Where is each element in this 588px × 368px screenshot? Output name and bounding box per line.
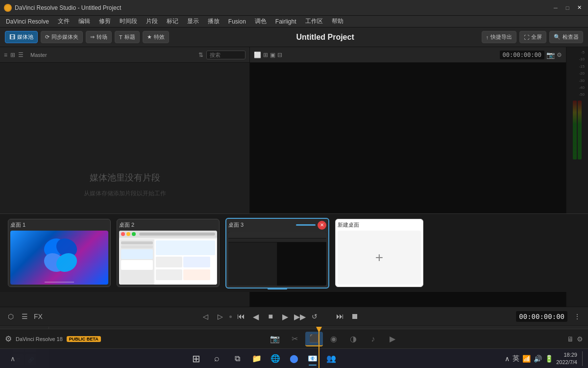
inspector-label: 检查器: [563, 33, 579, 41]
effects-btn[interactable]: ★ 特效: [143, 31, 169, 43]
menu-playback[interactable]: 播放: [204, 16, 223, 26]
tray-expand[interactable]: ∧: [505, 355, 510, 363]
taskbar-right: ∧ 英 📶 🔊 🔋 18:29 2022/7/4: [505, 351, 584, 366]
pool-sort-icon[interactable]: ⇅: [198, 52, 203, 58]
last-frame-btn[interactable]: ⏹: [349, 311, 361, 322]
taskbar-overflow[interactable]: ∧: [4, 350, 22, 368]
ws-tab-media[interactable]: 📷: [266, 332, 284, 346]
taskbar: ∧ ⊞ ⌕ ⧉ 📁 🌐 ⬤ 📧 👥 ∧ 英 📶 🔊 🔋 18:29 2022/7…: [0, 348, 588, 368]
menu-trim[interactable]: 修剪: [95, 16, 115, 26]
maximize-button[interactable]: □: [563, 3, 572, 13]
in-point-btn[interactable]: ◁: [199, 311, 211, 322]
desktop-card-3[interactable]: 桌面 3 ✕: [225, 218, 329, 289]
taskbar-center: ⊞ ⌕ ⧉ 📁 🌐 ⬤ 📧 👥: [187, 350, 339, 368]
fullscreen-label: 全屏: [531, 33, 542, 41]
toolbar-left: 🎞 媒体池 ⟳ 同步媒体夹 ⇒ 转场 T 标题 ★ 特效: [5, 31, 169, 43]
media-pool-btn[interactable]: 🎞 媒体池: [5, 31, 38, 43]
fullscreen-btn[interactable]: ⛶ 全屏: [519, 31, 546, 43]
fullscreen-icon: ⛶: [524, 34, 529, 40]
search-button[interactable]: ⌕: [208, 350, 225, 368]
minimize-button[interactable]: ─: [551, 3, 561, 13]
app-info: ⚙ DaVinci Resolve 18 PUBLIC BETA: [5, 334, 101, 343]
overflow-btn[interactable]: ⋮: [571, 311, 583, 322]
viewer-icon2[interactable]: ⊞: [263, 52, 268, 58]
pool-search-input[interactable]: [206, 51, 245, 59]
out-point-btn[interactable]: ▷: [214, 311, 226, 322]
menu-edit[interactable]: 编辑: [74, 16, 94, 26]
loop-btn[interactable]: ↺: [309, 311, 320, 322]
ws-tab-fairlight[interactable]: ♪: [364, 332, 382, 346]
taskview-button[interactable]: ⧉: [228, 350, 246, 368]
workspace-tabs: 📷 ✂ ⬛ ◉ ◑ ♪ ▶: [266, 332, 401, 346]
viewer-settings[interactable]: ⚙: [557, 52, 562, 58]
menu-workspace[interactable]: 工作区: [301, 16, 327, 26]
mixer-btn[interactable]: ☰: [19, 311, 30, 322]
viewer-icon4[interactable]: ⊟: [277, 52, 282, 58]
menu-view[interactable]: 显示: [183, 16, 203, 26]
ws-tab-edit[interactable]: ⬛: [305, 332, 323, 346]
desktop-card-1[interactable]: 桌面 1: [8, 219, 111, 287]
sync-bin-btn[interactable]: ⟳ 同步媒体夹: [41, 31, 83, 43]
quick-export-label: 快捷导出: [490, 33, 512, 41]
camera-select[interactable]: 📷: [546, 51, 555, 59]
menu-mark[interactable]: 标记: [163, 16, 182, 26]
ws-tab-cut[interactable]: ✂: [286, 332, 303, 346]
clip-start-btn[interactable]: ⬡: [5, 311, 17, 322]
go-end-btn[interactable]: ⏭: [334, 311, 346, 322]
media-pool-toolbar: ≡ ⊞ ☰ Master ⇅: [0, 47, 249, 63]
tray-battery[interactable]: 🔋: [545, 355, 553, 363]
add-icon: +: [375, 250, 383, 265]
top-toolbar: 🎞 媒体池 ⟳ 同步媒体夹 ⇒ 转场 T 标题 ★ 特效 Untitled Pr…: [0, 27, 588, 47]
menu-fairlight[interactable]: Fairlight: [271, 17, 300, 26]
menu-file[interactable]: 文件: [54, 16, 74, 26]
timecode-separator: ●: [229, 313, 232, 320]
close-button[interactable]: ✕: [574, 3, 584, 13]
desktop-2-title: 桌面 2: [119, 221, 217, 229]
transition-btn[interactable]: ⇒ 转场: [86, 31, 112, 43]
next-frame-btn[interactable]: ▶▶: [294, 311, 306, 322]
viewer-timecode: 00:00:00:00: [500, 51, 544, 59]
ws-tab-color[interactable]: ◑: [344, 332, 362, 346]
show-desktop-btn[interactable]: [582, 351, 584, 366]
menu-help[interactable]: 帮助: [328, 16, 347, 26]
stop-btn[interactable]: ■: [265, 311, 276, 322]
clock[interactable]: 18:29 2022/7/4: [556, 351, 577, 366]
play-btn[interactable]: ▶: [279, 311, 291, 322]
menu-fusion[interactable]: Fusion: [224, 17, 250, 26]
title-btn[interactable]: T 标题: [115, 31, 140, 43]
transport-center: ◁ ▷ ● ⏮ ◀ ■ ▶ ▶▶ ↺ ⏭ ⏹: [199, 311, 361, 322]
tray-keyboard[interactable]: 英: [513, 354, 519, 363]
go-start-btn[interactable]: ⏮: [235, 311, 247, 322]
settings-icon[interactable]: ⚙: [577, 335, 583, 343]
pool-view-icon: ≡: [4, 52, 7, 58]
playhead[interactable]: [318, 327, 319, 368]
taskbar-teams[interactable]: 👥: [323, 351, 339, 367]
taskbar-chrome[interactable]: ⬤: [286, 351, 302, 367]
menu-clip[interactable]: 片段: [142, 16, 162, 26]
new-desktop-card[interactable]: 新建桌面 +: [335, 219, 423, 287]
title-bar-controls[interactable]: ─ □ ✕: [551, 3, 584, 13]
viewer-icon3[interactable]: ▣: [270, 52, 275, 58]
tray-volume[interactable]: 🔊: [534, 355, 542, 363]
inspector-btn[interactable]: 🔍 检查器: [549, 31, 583, 43]
taskbar-edge[interactable]: 🌐: [268, 351, 283, 367]
title-bar-left: DaVinci Resolve Studio - Untitled Projec…: [4, 4, 121, 12]
desktop-card-2[interactable]: 桌面 2: [117, 219, 220, 287]
ws-tab-fusion[interactable]: ◉: [325, 332, 343, 346]
app-resolve-icon: ⚙: [5, 334, 12, 343]
timecode-display: 00:00:00:00: [516, 311, 567, 322]
win11-logo: [40, 236, 79, 275]
quick-export-btn[interactable]: ↑ 快捷导出: [482, 31, 517, 43]
fx-btn[interactable]: FX: [32, 311, 44, 322]
menu-timeline[interactable]: 时间段: [116, 16, 141, 26]
inspector-icon: 🔍: [554, 34, 561, 40]
start-button[interactable]: ⊞: [187, 350, 205, 368]
menu-davinci[interactable]: DaVinci Resolve: [2, 17, 53, 26]
tray-wifi[interactable]: 📶: [522, 355, 531, 363]
viewer-icon1[interactable]: ⬜: [254, 52, 261, 58]
menu-color[interactable]: 调色: [251, 16, 270, 26]
prev-frame-btn[interactable]: ◀: [250, 311, 262, 322]
desktop-3-close-btn[interactable]: ✕: [318, 221, 326, 230]
ws-tab-deliver[interactable]: ▶: [384, 332, 401, 346]
taskbar-explorer[interactable]: 📁: [249, 351, 265, 367]
